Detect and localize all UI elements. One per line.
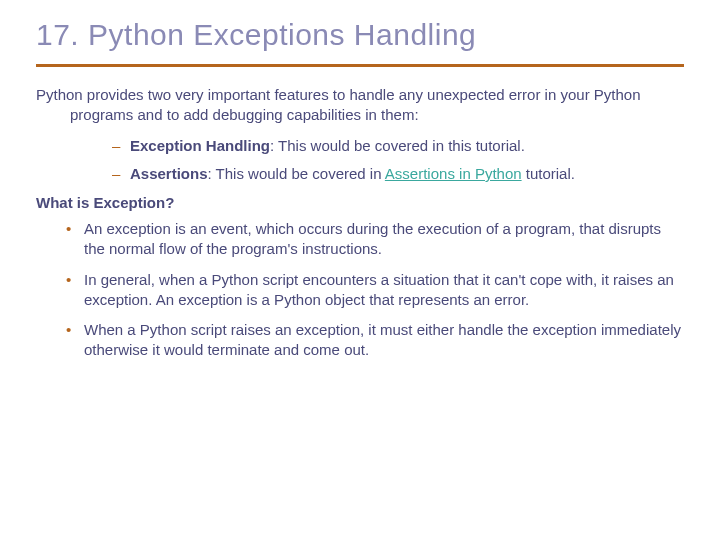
list-item: Assertions: This would be covered in Ass…: [112, 164, 684, 184]
intro-paragraph: Python provides two very important featu…: [36, 85, 684, 126]
feature-desc: : This would be covered in this tutorial…: [270, 137, 525, 154]
list-item: Exception Handling: This would be covere…: [112, 136, 684, 156]
list-item: In general, when a Python script encount…: [66, 270, 684, 311]
feature-desc-end: tutorial.: [522, 165, 575, 182]
feature-name: Exception Handling: [130, 137, 270, 154]
section-heading: What is Exception?: [36, 194, 684, 211]
list-item: An exception is an event, which occurs d…: [66, 219, 684, 260]
list-item: When a Python script raises an exception…: [66, 320, 684, 361]
exception-bullets: An exception is an event, which occurs d…: [66, 219, 684, 361]
feature-desc: : This would be covered in: [208, 165, 385, 182]
title-rule: [36, 64, 684, 67]
assertions-link[interactable]: Assertions in Python: [385, 165, 522, 182]
feature-list: Exception Handling: This would be covere…: [112, 136, 684, 185]
feature-name: Assertions: [130, 165, 208, 182]
slide-title: 17. Python Exceptions Handling: [36, 18, 684, 52]
